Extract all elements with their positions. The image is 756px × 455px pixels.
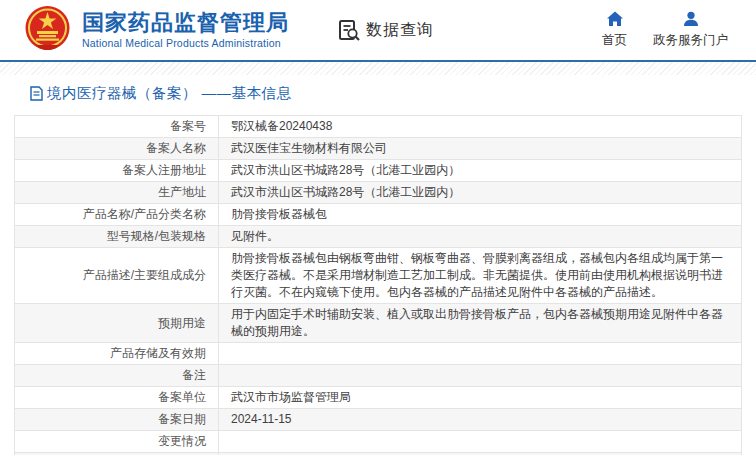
row-label: 预期用途	[15, 304, 219, 343]
row-label: 产品名称/产品分类名称	[15, 204, 219, 226]
table-row: 备注	[15, 365, 742, 387]
row-label: 变更情况	[15, 431, 219, 453]
national-emblem-icon	[24, 5, 71, 55]
row-value: 见附件。	[219, 226, 742, 248]
table-row: 型号规格/包装规格见附件。	[15, 226, 742, 248]
user-icon	[682, 10, 700, 28]
row-label: 产品存储及有效期	[15, 343, 219, 365]
row-label: 生产地址	[15, 182, 219, 204]
data-query-tab[interactable]: 数据查询	[337, 18, 434, 42]
hatch-divider	[0, 62, 756, 75]
home-icon	[606, 10, 624, 28]
info-table-body: 备案号鄂汉械备20240438备案人名称武汉医佳宝生物材料有限公司备案人注册地址…	[15, 116, 742, 455]
table-row: 产品描述/主要组成成分肋骨接骨板器械包由钢板弯曲钳、钢板弯曲器、骨膜剥离器组成，…	[15, 248, 742, 304]
row-value: 用于内固定手术时辅助安装、植入或取出肋骨接骨板产品，包内各器械预期用途见附件中各…	[219, 304, 742, 343]
row-label: 备案号	[15, 116, 219, 138]
row-label: 备案日期	[15, 409, 219, 431]
row-value	[219, 343, 742, 365]
row-label: 备注	[15, 365, 219, 387]
row-label: 备案单位	[15, 387, 219, 409]
row-value	[219, 365, 742, 387]
table-row: 变更情况	[15, 431, 742, 453]
row-label: 备案人名称	[15, 138, 219, 160]
row-value	[219, 431, 742, 453]
record-info-table: 备案号鄂汉械备20240438备案人名称武汉医佳宝生物材料有限公司备案人注册地址…	[14, 115, 742, 455]
section-title: 境内医疗器械（备案） ——基本信息	[47, 84, 292, 103]
data-query-label: 数据查询	[366, 20, 434, 41]
row-value: 肋骨接骨板器械包由钢板弯曲钳、钢板弯曲器、骨膜剥离器组成，器械包内各组成均属于第…	[219, 248, 742, 304]
document-search-icon	[337, 18, 361, 42]
site-title: 国家药品监督管理局	[82, 11, 289, 35]
logo-text: 国家药品监督管理局 National Medical Products Admi…	[82, 11, 289, 49]
row-label: 型号规格/包装规格	[15, 226, 219, 248]
page-header: 国家药品监督管理局 National Medical Products Admi…	[0, 0, 756, 62]
nav-gov-portal[interactable]: 政务服务门户	[653, 10, 728, 49]
table-row: 产品名称/产品分类名称肋骨接骨板器械包	[15, 204, 742, 226]
table-row: 备案人注册地址武汉市洪山区书城路28号（北港工业园内）	[15, 160, 742, 182]
row-value: 武汉市洪山区书城路28号（北港工业园内）	[219, 182, 742, 204]
row-value: 武汉市市场监督管理局	[219, 387, 742, 409]
row-value: 武汉市洪山区书城路28号（北港工业园内）	[219, 160, 742, 182]
section-title-bar: 境内医疗器械（备案） ——基本信息	[0, 75, 756, 111]
table-row: 生产地址武汉市洪山区书城路28号（北港工业园内）	[15, 182, 742, 204]
nav-home-label: 首页	[602, 32, 627, 49]
row-value: 2024-11-15	[219, 409, 742, 431]
nav-home[interactable]: 首页	[602, 10, 627, 49]
row-label: 备案人注册地址	[15, 160, 219, 182]
table-row: 备案人名称武汉医佳宝生物材料有限公司	[15, 138, 742, 160]
table-row: 备案单位武汉市市场监督管理局	[15, 387, 742, 409]
header-nav: 首页 政务服务门户	[602, 10, 728, 49]
table-row: 预期用途用于内固定手术时辅助安装、植入或取出肋骨接骨板产品，包内各器械预期用途见…	[15, 304, 742, 343]
document-icon	[30, 86, 43, 101]
row-label: 产品描述/主要组成成分	[15, 248, 219, 304]
table-row: 备案号鄂汉械备20240438	[15, 116, 742, 138]
nav-gov-portal-label: 政务服务门户	[653, 32, 728, 49]
nmpa-logo: 国家药品监督管理局 National Medical Products Admi…	[24, 5, 289, 55]
table-row: 备案日期2024-11-15	[15, 409, 742, 431]
row-value: 肋骨接骨板器械包	[219, 204, 742, 226]
table-row: 产品存储及有效期	[15, 343, 742, 365]
site-subtitle: National Medical Products Administration	[82, 37, 289, 49]
row-value: 武汉医佳宝生物材料有限公司	[219, 138, 742, 160]
row-value: 鄂汉械备20240438	[219, 116, 742, 138]
